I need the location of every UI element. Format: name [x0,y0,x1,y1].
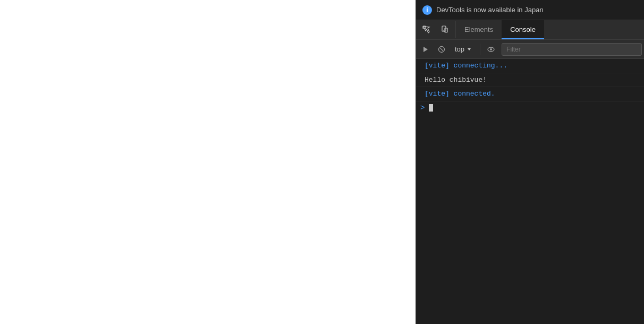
tab-icons-group [416,21,456,38]
devtools-panel: i DevTools is now available in Japan [416,0,644,324]
clear-console-button[interactable] [434,42,449,57]
svg-marker-7 [468,48,471,50]
inspect-element-button[interactable] [418,21,435,38]
console-output: [vite] connecting... Hello chibivue! [vi… [416,59,644,324]
chevron-down-icon [467,47,472,52]
tabs-list: Elements Console [456,20,644,39]
filter-input[interactable] [502,43,642,56]
svg-point-9 [490,48,492,50]
console-line-connected: [vite] connected. [416,87,644,101]
tab-elements[interactable]: Elements [456,20,502,39]
tabs-bar: Elements Console [416,20,644,40]
prompt-cursor [429,104,433,112]
svg-line-6 [440,48,443,51]
svg-marker-4 [423,47,428,52]
console-line-connecting: [vite] connecting... [416,59,644,73]
info-icon: i [422,5,432,15]
prompt-arrow-icon: > [420,104,425,112]
live-expressions-button[interactable] [484,42,498,57]
console-prompt[interactable]: > [416,101,644,114]
info-bar-text: DevTools is now available in Japan [436,6,544,14]
device-mode-button[interactable] [436,21,453,38]
console-toolbar: top [416,40,644,59]
toolbar-divider [480,44,480,55]
run-script-button[interactable] [418,42,433,57]
tab-console[interactable]: Console [502,20,544,39]
browser-content [0,0,416,324]
info-bar: i DevTools is now available in Japan [416,0,644,20]
context-selector[interactable]: top [450,44,477,55]
console-line-hello: Hello chibivue! [416,73,644,88]
